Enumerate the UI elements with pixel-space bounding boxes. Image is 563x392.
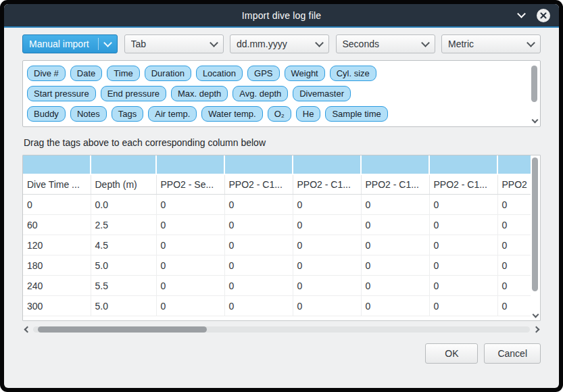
combo-units[interactable]: Metric <box>441 34 541 53</box>
combo-date-format[interactable]: dd.mm.yyyy <box>230 34 329 53</box>
table-cell: 0 <box>497 296 531 316</box>
table-cell: 0 <box>224 255 293 276</box>
titlebar-actions <box>516 4 550 26</box>
tag-pill[interactable]: O₂ <box>268 106 291 122</box>
tag-pill[interactable]: Sample CNS <box>263 126 327 127</box>
drop-target-cell[interactable] <box>429 155 497 174</box>
table-cell: 0 <box>497 195 531 215</box>
tag-pill[interactable]: Time <box>107 66 139 81</box>
dialog-content: Manual importTabdd.mm.yyyySecondsMetric … <box>4 28 559 388</box>
dialog-window: Import dive log file Manual importTabdd.… <box>0 0 563 392</box>
tag-panel: Dive #DateTimeDurationLocationGPSWeightC… <box>22 60 541 127</box>
column-header[interactable]: Dive Time ... <box>23 174 91 195</box>
column-header[interactable]: PPO2 - C1... <box>429 174 497 195</box>
tag-pill[interactable]: Max. depth <box>171 86 228 101</box>
scroll-down-button[interactable] <box>533 312 538 318</box>
table-cell: 0 <box>361 255 429 276</box>
table-row: 602.5000000 <box>23 215 531 235</box>
cancel-button[interactable]: Cancel <box>484 343 541 364</box>
close-button[interactable] <box>537 9 550 22</box>
horizontal-scrollbar[interactable] <box>22 324 541 335</box>
data-table: Dive Time ...Depth (m)PPO2 - Se...PPO2 -… <box>23 155 531 316</box>
tag-pill[interactable]: Start pressure <box>27 86 96 101</box>
table-cell: 0 <box>429 215 497 235</box>
titlebar[interactable]: Import dive log file <box>4 4 559 26</box>
tag-pill[interactable]: Sample pO₂ <box>197 126 258 127</box>
scroll-left-button[interactable] <box>22 326 30 334</box>
table-cell: 0 <box>361 195 429 215</box>
tag-rows: Dive #DateTimeDurationLocationGPSWeightC… <box>23 61 540 127</box>
table-cell: 0 <box>224 235 293 255</box>
scroll-down-button[interactable] <box>532 118 537 124</box>
tag-pill[interactable]: Sample depth <box>27 126 95 127</box>
chevron-down-icon <box>527 39 535 47</box>
combo-time-format[interactable]: Seconds <box>336 34 435 53</box>
table-cell: 0 <box>224 276 293 296</box>
table-cell: 0 <box>293 215 361 235</box>
table-vertical-scrollbar[interactable] <box>531 157 539 319</box>
drop-target-cell[interactable] <box>91 155 156 174</box>
table-cell: 0 <box>23 195 91 215</box>
chevron-down-icon <box>315 39 324 47</box>
tag-pill[interactable]: GPS <box>247 66 279 81</box>
column-header[interactable]: PPO2 - C1... <box>361 174 429 195</box>
scrollbar-thumb[interactable] <box>38 326 207 333</box>
drop-target-cell[interactable] <box>361 155 429 174</box>
scroll-right-button[interactable] <box>533 326 541 334</box>
drop-target-cell[interactable] <box>224 155 293 174</box>
tag-pill[interactable]: Dive # <box>27 66 66 81</box>
tag-pill[interactable]: Weight <box>285 66 325 81</box>
table-cell: 0 <box>429 296 497 316</box>
table-cell: 300 <box>23 296 91 316</box>
tag-pill[interactable]: Tags <box>112 106 143 122</box>
tag-pill[interactable]: Notes <box>70 106 107 122</box>
combo-field-separator[interactable]: Tab <box>124 34 224 53</box>
tag-pill[interactable]: Avg. depth <box>232 86 288 101</box>
combo-import-mode[interactable]: Manual import <box>22 34 118 53</box>
chevron-down-icon <box>532 312 539 318</box>
table-cell: 0 <box>361 215 429 235</box>
tag-pill[interactable]: Air temp. <box>148 106 197 122</box>
drop-target-cell[interactable] <box>23 155 91 174</box>
dialog-surface: Import dive log file Manual importTabdd.… <box>4 4 559 388</box>
combo-value: Manual import <box>29 39 95 49</box>
tag-pill[interactable]: Divemaster <box>293 86 351 101</box>
column-header[interactable]: PPO2 - Se... <box>156 174 224 195</box>
column-header[interactable]: PPO2 <box>497 174 531 195</box>
table-cell: 0 <box>497 215 531 235</box>
tag-pill[interactable]: Duration <box>145 66 191 81</box>
combo-value: Seconds <box>343 39 422 49</box>
drop-target-cell[interactable] <box>156 155 224 174</box>
tag-pill[interactable]: Buddy <box>27 106 66 122</box>
table-cell: 0 <box>497 255 531 276</box>
tag-pill[interactable]: Cyl. size <box>330 66 376 81</box>
table-cell: 0 <box>224 195 293 215</box>
tag-pill[interactable]: End pressure <box>101 86 166 101</box>
tag-pill[interactable]: Sample time <box>325 106 387 122</box>
table-cell: 0 <box>156 215 224 235</box>
chevron-down-icon <box>517 9 526 18</box>
scrollbar-thumb[interactable] <box>532 157 538 291</box>
shade-button[interactable] <box>516 10 527 21</box>
table-row: 1204.5000000 <box>23 235 531 255</box>
drop-target-cell[interactable] <box>293 155 361 174</box>
table-cell: 2.5 <box>91 215 156 235</box>
tag-pill[interactable]: Water temp. <box>201 106 262 122</box>
tag-panel-scrollbar[interactable] <box>531 63 538 124</box>
scrollbar-thumb[interactable] <box>531 66 537 102</box>
table-cell: 0 <box>156 276 224 296</box>
tag-row: BuddyNotesTagsAir temp.Water temp.O₂HeSa… <box>27 106 524 122</box>
column-header[interactable]: PPO2 - C1... <box>293 174 361 195</box>
close-icon <box>539 11 547 20</box>
horizontal-scroll-track[interactable] <box>33 326 530 333</box>
column-header[interactable]: Depth (m) <box>91 174 156 195</box>
table-cell: 0 <box>293 235 361 255</box>
column-header[interactable]: PPO2 - C1... <box>224 174 293 195</box>
ok-button[interactable]: OK <box>425 343 478 364</box>
tag-pill[interactable]: He <box>296 106 321 122</box>
drop-target-cell[interactable] <box>497 155 531 174</box>
tag-pill[interactable]: Sample temperature <box>99 126 193 127</box>
tag-pill[interactable]: Date <box>70 66 102 81</box>
dropdown-row: Manual importTabdd.mm.yyyySecondsMetric <box>22 34 541 53</box>
tag-pill[interactable]: Location <box>196 66 243 81</box>
